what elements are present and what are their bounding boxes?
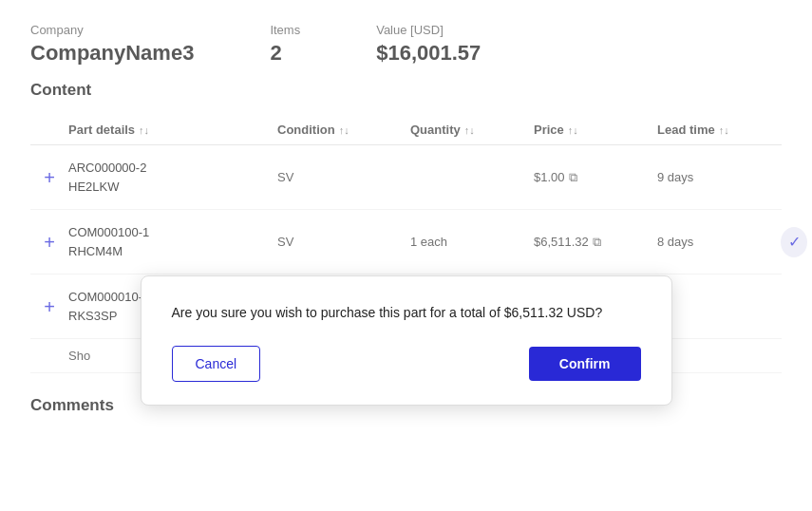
modal-actions: Cancel Confirm xyxy=(172,346,641,382)
confirm-modal: Are you sure you wish to purchase this p… xyxy=(141,275,672,406)
confirm-button[interactable]: Confirm xyxy=(529,347,641,381)
cancel-button[interactable]: Cancel xyxy=(172,346,261,382)
modal-message: Are you sure you wish to purchase this p… xyxy=(172,303,641,323)
modal-overlay: Are you sure you wish to purchase this p… xyxy=(0,0,812,511)
